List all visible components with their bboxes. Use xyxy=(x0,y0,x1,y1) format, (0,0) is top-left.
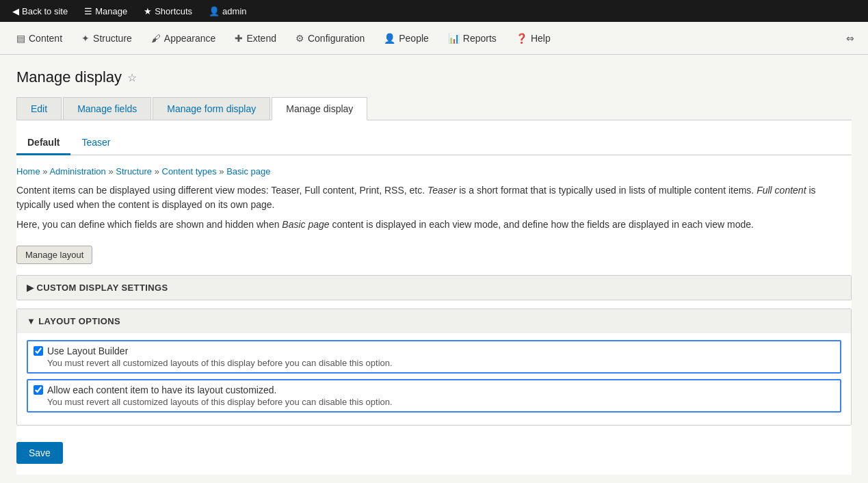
page-title: Manage display xyxy=(16,68,122,86)
custom-display-settings-section: ▶ CUSTOM DISPLAY SETTINGS xyxy=(16,275,852,300)
use-layout-builder-note: You must revert all customized layouts o… xyxy=(34,358,834,368)
nav-content-label: Content xyxy=(29,33,62,44)
content-icon: ▤ xyxy=(16,33,25,44)
custom-display-settings-header[interactable]: ▶ CUSTOM DISPLAY SETTINGS xyxy=(17,276,851,300)
appearance-icon: 🖌 xyxy=(151,33,161,44)
nav-configuration-label: Configuration xyxy=(308,33,365,44)
breadcrumb-basic-page[interactable]: Basic page xyxy=(226,166,270,177)
nav-help-label: Help xyxy=(531,33,551,44)
desc2-basic: Basic page xyxy=(282,219,329,230)
breadcrumb-home[interactable]: Home xyxy=(16,166,40,177)
admin-button[interactable]: 👤 admin xyxy=(202,0,253,22)
back-to-site-button[interactable]: ◀ Back to site xyxy=(5,0,75,22)
breadcrumb-content-types[interactable]: Content types xyxy=(162,166,217,177)
allow-custom-layout-label[interactable]: Allow each content item to have its layo… xyxy=(47,384,276,395)
allow-custom-layout-row: Allow each content item to have its layo… xyxy=(34,384,834,395)
use-layout-builder-checkbox[interactable] xyxy=(34,346,43,356)
nav-configuration[interactable]: ⚙ Configuration xyxy=(286,22,374,55)
custom-display-settings-label: ▶ CUSTOM DISPLAY SETTINGS xyxy=(27,283,168,293)
desc1-teaser: Teaser xyxy=(428,185,456,196)
nav-people-label: People xyxy=(399,33,429,44)
people-icon: 👤 xyxy=(384,33,395,44)
layout-options-body: Use Layout Builder You must revert all c… xyxy=(17,333,851,425)
manage-label: Manage xyxy=(95,6,127,16)
layout-options-header[interactable]: ▼ LAYOUT OPTIONS xyxy=(17,309,851,333)
nav-extend-label: Extend xyxy=(246,33,276,44)
desc2-pre: Here, you can define which fields are sh… xyxy=(16,219,282,230)
extend-icon: ✚ xyxy=(235,33,243,44)
tab-manage-form-display[interactable]: Manage form display xyxy=(153,97,270,120)
breadcrumb: Home » Administration » Structure » Cont… xyxy=(16,166,852,177)
breadcrumb-administration[interactable]: Administration xyxy=(49,166,105,177)
desc1-mid: is a short format that is typically used… xyxy=(456,185,757,196)
nav-reports-label: Reports xyxy=(463,33,497,44)
page-content: Manage display ☆ Edit Manage fields Mana… xyxy=(0,55,868,483)
shortcuts-button[interactable]: ★ Shortcuts xyxy=(137,0,199,22)
help-icon: ❓ xyxy=(516,33,527,44)
nav-content[interactable]: ▤ Content xyxy=(7,22,72,55)
structure-icon: ✦ xyxy=(81,33,90,44)
tab-manage-fields[interactable]: Manage fields xyxy=(63,97,151,120)
desc1-pre: Content items can be displayed using dif… xyxy=(16,185,428,196)
nav-reports[interactable]: 📊 Reports xyxy=(438,22,506,55)
nav-structure[interactable]: ✦ Structure xyxy=(72,22,142,55)
desc1-full: Full content xyxy=(757,185,806,196)
admin-toolbar: ◀ Back to site ☰ Manage ★ Shortcuts 👤 ad… xyxy=(0,0,868,22)
allow-custom-layout-checkbox[interactable] xyxy=(34,385,43,395)
bookmark-star-icon[interactable]: ☆ xyxy=(127,71,137,84)
nav-help[interactable]: ❓ Help xyxy=(506,22,560,55)
manage-layout-button[interactable]: Manage layout xyxy=(16,246,92,264)
nav-structure-label: Structure xyxy=(93,33,132,44)
admin-label: admin xyxy=(222,6,246,16)
use-layout-builder-label[interactable]: Use Layout Builder xyxy=(47,345,128,356)
allow-custom-layout-note: You must revert all customized layouts o… xyxy=(34,397,834,407)
main-nav: ▤ Content ✦ Structure 🖌 Appearance ✚ Ext… xyxy=(0,22,868,55)
layout-options-section: ▼ LAYOUT OPTIONS Use Layout Builder You … xyxy=(16,309,852,426)
back-arrow-icon: ◀ xyxy=(12,6,19,16)
user-icon: 👤 xyxy=(209,6,220,16)
use-layout-builder-row: Use Layout Builder xyxy=(34,345,834,356)
shortcuts-label: Shortcuts xyxy=(155,6,192,16)
sub-tab-teaser[interactable]: Teaser xyxy=(70,131,121,155)
tab-edit[interactable]: Edit xyxy=(16,97,62,120)
hamburger-icon: ☰ xyxy=(84,6,92,16)
sub-tab-default[interactable]: Default xyxy=(16,131,70,155)
configuration-icon: ⚙ xyxy=(295,33,304,44)
sub-tabs: Default Teaser xyxy=(16,131,852,155)
page-title-row: Manage display ☆ xyxy=(16,68,852,86)
reports-icon: 📊 xyxy=(448,33,460,44)
description-line2: Here, you can define which fields are sh… xyxy=(16,218,852,232)
use-layout-builder-group: Use Layout Builder You must revert all c… xyxy=(27,340,841,374)
back-to-site-label: Back to site xyxy=(22,6,68,16)
star-icon: ★ xyxy=(144,6,152,16)
nav-appearance-label: Appearance xyxy=(164,33,216,44)
manage-button[interactable]: ☰ Manage xyxy=(77,0,134,22)
nav-appearance[interactable]: 🖌 Appearance xyxy=(142,22,226,55)
tab-manage-display[interactable]: Manage display xyxy=(272,97,367,120)
nav-extend[interactable]: ✚ Extend xyxy=(225,22,286,55)
breadcrumb-structure[interactable]: Structure xyxy=(116,166,152,177)
desc2-end: content is displayed in each view mode, … xyxy=(330,219,754,230)
nav-people[interactable]: 👤 People xyxy=(374,22,438,55)
allow-custom-layout-group: Allow each content item to have its layo… xyxy=(27,379,841,413)
primary-tabs: Edit Manage fields Manage form display M… xyxy=(16,97,852,120)
content-area: Default Teaser Home » Administration » S… xyxy=(16,120,852,475)
description-line1: Content items can be displayed using dif… xyxy=(16,183,852,212)
nav-toggle[interactable]: ⇔ xyxy=(839,22,861,55)
layout-options-label: ▼ LAYOUT OPTIONS xyxy=(27,316,120,326)
save-button[interactable]: Save xyxy=(16,442,63,464)
